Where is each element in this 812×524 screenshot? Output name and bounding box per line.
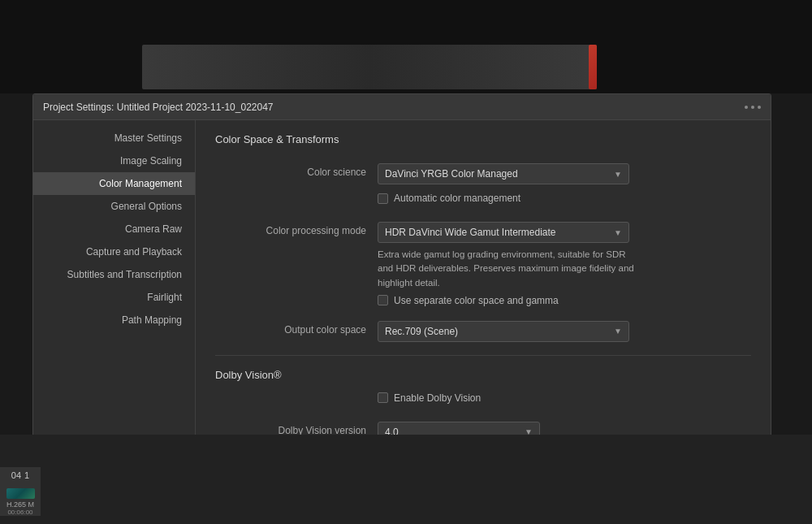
color-science-dropdown[interactable]: DaVinci YRGB Color Managed ▼ xyxy=(378,163,629,184)
output-color-control: Rec.709 (Scene) ▼ xyxy=(378,321,751,342)
timeline-frame-label: 04 xyxy=(11,470,21,480)
color-processing-label: Color processing mode xyxy=(215,222,378,236)
color-science-value: DaVinci YRGB Color Managed xyxy=(385,168,518,180)
color-processing-dropdown[interactable]: HDR DaVinci Wide Gamut Intermediate ▼ xyxy=(378,222,629,243)
enable-dolby-label[interactable]: Enable Dolby Vision xyxy=(394,392,481,404)
separate-color-label[interactable]: Use separate color space and gamma xyxy=(394,295,559,306)
enable-dolby-spacer xyxy=(215,392,378,396)
auto-color-row: Automatic color management xyxy=(215,193,751,214)
timeline-frame-num: 1 xyxy=(24,470,29,480)
more-options-button[interactable] xyxy=(745,106,761,109)
enable-dolby-checkbox-row: Enable Dolby Vision xyxy=(378,392,751,404)
color-science-row: Color science DaVinci YRGB Color Managed… xyxy=(215,163,751,184)
output-color-label: Output color space xyxy=(215,321,378,336)
dot3 xyxy=(758,106,761,109)
color-processing-value: HDR DaVinci Wide Gamut Intermediate xyxy=(385,227,556,238)
auto-color-spacer xyxy=(215,193,378,196)
dialog-titlebar: Project Settings: Untitled Project 2023-… xyxy=(33,94,771,120)
color-processing-arrow: ▼ xyxy=(614,228,622,237)
section-divider-1 xyxy=(215,355,751,356)
sidebar-item-color-management[interactable]: Color Management xyxy=(33,172,195,195)
color-space-section-header: Color Space & Transforms xyxy=(215,133,751,150)
dialog-title: Project Settings: Untitled Project 2023-… xyxy=(43,102,745,113)
sidebar-item-camera-raw[interactable]: Camera Raw xyxy=(33,218,195,240)
output-color-dropdown[interactable]: Rec.709 (Scene) ▼ xyxy=(378,321,629,342)
timeline-area: 04 1 H.265 M 00:06:00 xyxy=(0,435,812,524)
enable-dolby-row: Enable Dolby Vision xyxy=(215,392,751,414)
auto-color-control: Automatic color management xyxy=(378,193,751,210)
output-color-row: Output color space Rec.709 (Scene) ▼ xyxy=(215,321,751,342)
video-strip xyxy=(142,45,597,89)
color-processing-row: Color processing mode HDR DaVinci Wide G… xyxy=(215,222,751,313)
thumb-codec-label: H.265 M xyxy=(6,500,34,509)
separate-color-checkbox-row: Use separate color space and gamma xyxy=(378,295,751,306)
enable-dolby-control: Enable Dolby Vision xyxy=(378,392,751,410)
color-science-control: DaVinci YRGB Color Managed ▼ xyxy=(378,163,751,184)
sidebar-item-master-settings[interactable]: Master Settings xyxy=(33,127,195,149)
sidebar-item-general-options[interactable]: General Options xyxy=(33,195,195,218)
separate-color-checkbox[interactable] xyxy=(378,295,388,305)
auto-color-checkbox-row: Automatic color management xyxy=(378,193,751,204)
timeline-thumbnail: 04 1 H.265 M 00:06:00 xyxy=(0,467,41,516)
thumb-timecode: 00:06:00 xyxy=(7,509,32,516)
enable-dolby-checkbox[interactable] xyxy=(378,392,388,403)
color-processing-control: HDR DaVinci Wide Gamut Intermediate ▼ Ex… xyxy=(378,222,751,313)
output-color-arrow: ▼ xyxy=(614,327,622,336)
color-space-title: Color Space & Transforms xyxy=(215,133,339,145)
thumbnail-image xyxy=(6,488,35,499)
sidebar-item-path-mapping[interactable]: Path Mapping xyxy=(33,309,195,331)
background-top xyxy=(0,0,812,93)
auto-color-label[interactable]: Automatic color management xyxy=(394,193,520,204)
color-science-label: Color science xyxy=(215,163,378,178)
dolby-section-title: Dolby Vision® xyxy=(215,369,751,381)
sidebar-item-fairlight[interactable]: Fairlight xyxy=(33,286,195,309)
auto-color-checkbox[interactable] xyxy=(378,193,388,204)
color-science-arrow: ▼ xyxy=(614,170,622,179)
color-processing-description: Extra wide gamut log grading environment… xyxy=(378,248,637,290)
dot2 xyxy=(751,106,754,109)
sidebar-item-image-scaling[interactable]: Image Scaling xyxy=(33,149,195,172)
output-color-value: Rec.709 (Scene) xyxy=(385,326,458,337)
sidebar-item-capture-playback[interactable]: Capture and Playback xyxy=(33,240,195,263)
dot1 xyxy=(745,106,748,109)
sidebar-item-subtitles-transcription[interactable]: Subtitles and Transcription xyxy=(33,263,195,286)
